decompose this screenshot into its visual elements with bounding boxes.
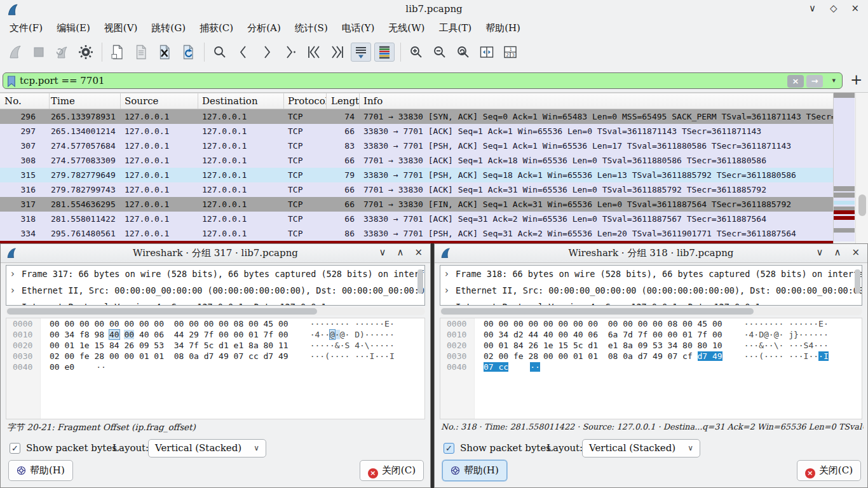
column-header-time[interactable]: Time [50,93,121,109]
packet-row-318[interactable]: 318281.558011422127.0.0.1127.0.0.1TCP663… [0,212,833,226]
expander-icon[interactable]: › [11,299,15,306]
minimize-icon[interactable]: ∨ [809,3,816,14]
bookmark-icon[interactable] [6,75,17,88]
tree-item-ethernet[interactable]: ›Ethernet II, Src: 00:00:00_00:00:00 (00… [440,282,862,299]
layout-select[interactable]: Vertical (Stacked)∨ [148,439,266,458]
dialog-titlebar[interactable]: Wireshark · 分组 318 · lib7.pcapng ∨ ∧ × [435,244,867,263]
dialog-close-icon[interactable]: × [414,247,423,258]
help-button[interactable]: 帮助(H) [442,460,507,481]
dialog-titlebar[interactable]: Wireshark · 分组 317 · lib7.pcapng ∨ ∧ × [1,244,430,263]
menu-item[interactable]: 工具(T) [431,19,478,37]
zoom-reset-button[interactable] [453,43,473,62]
hex-row[interactable]: 000000 00 00 00 00 00 00 00 00 00 00 00 … [6,318,424,329]
show-packet-bytes-checkbox[interactable]: ✓ [444,443,454,454]
menu-item[interactable]: 跳转(G) [144,19,193,37]
menu-item[interactable]: 帮助(H) [478,19,527,37]
menu-item[interactable]: 无线(W) [381,19,431,37]
hex-row[interactable]: 001000 34 d2 44 40 00 40 06 6a 7d 7f 00 … [440,329,862,340]
packet-list-header[interactable]: No. Time Source Destination Protocol Len… [0,93,833,109]
tree-scrollbar-thumb[interactable] [855,269,860,294]
packet-row-317[interactable]: 317281.554636295127.0.0.1127.0.0.1TCP667… [0,197,833,212]
packet-detail-tree[interactable]: ›Frame 318: 66 bytes on wire (528 bits),… [440,265,862,306]
resize-columns-button[interactable] [477,43,497,62]
go-to-packet-button[interactable] [280,43,301,62]
tree-item-ethernet[interactable]: ›Ethernet II, Src: 00:00:00_00:00:00 (00… [6,282,424,299]
close-file-button[interactable] [154,43,175,62]
hex-row[interactable]: 004007 cc·· [440,362,862,372]
scrollbar-thumb[interactable] [441,308,754,315]
layout-picker-button[interactable]: 123 [500,43,520,62]
save-file-button[interactable] [131,43,151,62]
display-filter-field[interactable]: × → ▾ [3,72,843,89]
dialog-close-icon[interactable]: × [851,247,860,258]
show-packet-bytes-checkbox[interactable]: ✓ [10,443,20,454]
zoom-in-button[interactable] [406,43,426,62]
scrollbar-thumb[interactable] [858,194,866,216]
dialog-maximize-icon[interactable]: ∧ [397,247,403,258]
reload-file-button[interactable] [178,43,198,62]
stop-capture-button[interactable] [29,43,49,62]
dialog-minimize-icon[interactable]: ∨ [816,247,823,258]
expander-icon[interactable]: › [445,299,449,306]
packet-row-308[interactable]: 308274.577083309127.0.0.1127.0.0.1TCP667… [0,153,833,168]
menu-item[interactable]: 分析(A) [240,19,288,37]
filter-add-button[interactable]: + [850,71,862,88]
restart-capture-button[interactable] [52,43,72,62]
hex-row[interactable]: 004000 e0·· [6,362,424,372]
column-header-source[interactable]: Source [121,93,198,109]
packet-row-316[interactable]: 316279.782799743127.0.0.1127.0.0.1TCP667… [0,182,833,197]
expander-icon[interactable]: › [445,282,449,299]
intelligent-scrollbar-minimap[interactable] [833,93,855,243]
menu-item[interactable]: 文件(F) [3,19,50,37]
column-header-protocol[interactable]: Protocol [284,93,327,109]
packet-row-307[interactable]: 307274.577057684127.0.0.1127.0.0.1TCP833… [0,139,833,153]
tree-item-frame[interactable]: ›Frame 317: 66 bytes on wire (528 bits),… [6,266,424,282]
packet-detail-tree[interactable]: ›Frame 317: 66 bytes on wire (528 bits),… [6,265,425,306]
menu-item[interactable]: 电话(Y) [335,19,382,37]
column-header-info[interactable]: Info [360,93,833,109]
hex-row[interactable]: 000000 00 00 00 00 00 00 00 00 00 00 00 … [440,318,862,329]
maximize-icon[interactable]: ◇ [830,3,837,14]
hex-row[interactable]: 003002 00 fe 28 00 00 01 01 08 0a d7 49 … [6,351,424,362]
filter-apply-icon[interactable]: → [806,75,823,88]
dialog-minimize-icon[interactable]: ∨ [379,247,386,258]
packet-row-297[interactable]: 297265.134001214127.0.0.1127.0.0.1TCP663… [0,124,833,139]
tree-item-frame[interactable]: ›Frame 318: 66 bytes on wire (528 bits),… [440,266,862,282]
open-file-button[interactable] [107,43,128,62]
filter-dropdown-icon[interactable]: ▾ [832,76,836,85]
layout-select[interactable]: Vertical (Stacked)∨ [582,439,700,458]
capture-options-button[interactable] [76,43,96,62]
hex-row[interactable]: 002000 01 1e 15 84 26 09 53 34 7f 5c d1 … [6,340,424,351]
column-header-no[interactable]: No. [0,93,50,109]
go-first-button[interactable] [304,43,324,62]
auto-scroll-toggle[interactable] [351,43,371,62]
tree-scrollbar-thumb[interactable] [417,269,423,294]
filter-clear-icon[interactable]: × [787,75,804,88]
tree-horizontal-scrollbar[interactable] [440,308,862,315]
expander-icon[interactable]: › [445,266,449,282]
tree-item-ip[interactable]: ›Internet Protocol Version 4, Src: 127.0… [440,299,862,306]
title-bar[interactable]: lib7.pcapng ∨ ◇ × [0,0,868,19]
packet-row-334[interactable]: 334295.761480561127.0.0.1127.0.0.1TCP863… [0,226,833,241]
find-packet-button[interactable] [210,43,230,62]
column-header-destination[interactable]: Destination [198,93,284,109]
column-header-length[interactable]: Length [327,93,360,109]
colorize-toggle[interactable] [374,43,395,62]
packet-bytes-view[interactable]: 000000 00 00 00 00 00 00 00 00 00 00 00 … [440,318,862,419]
go-forward-button[interactable] [257,43,277,62]
menu-item[interactable]: 统计(S) [288,19,335,37]
go-back-button[interactable] [233,43,254,62]
expander-icon[interactable]: › [11,266,15,282]
go-last-button[interactable] [327,43,348,62]
start-capture-button[interactable] [5,43,25,62]
close-button[interactable]: ×关闭(C) [360,460,424,481]
display-filter-input[interactable] [20,73,592,88]
zoom-out-button[interactable] [430,43,450,62]
packet-row-315[interactable]: 315279.782779649127.0.0.1127.0.0.1TCP793… [0,168,833,182]
close-icon[interactable]: × [851,3,859,14]
hex-row[interactable]: 001000 34 f8 98 40 00 40 06 44 29 7f 00 … [6,329,424,340]
hex-row[interactable]: 002000 01 84 26 1e 15 5c d1 e1 8a 09 53 … [440,340,862,351]
close-button[interactable]: ×关闭(C) [797,460,861,481]
tree-horizontal-scrollbar[interactable] [6,308,425,315]
packet-bytes-view[interactable]: 000000 00 00 00 00 00 00 00 00 00 00 00 … [6,318,425,419]
